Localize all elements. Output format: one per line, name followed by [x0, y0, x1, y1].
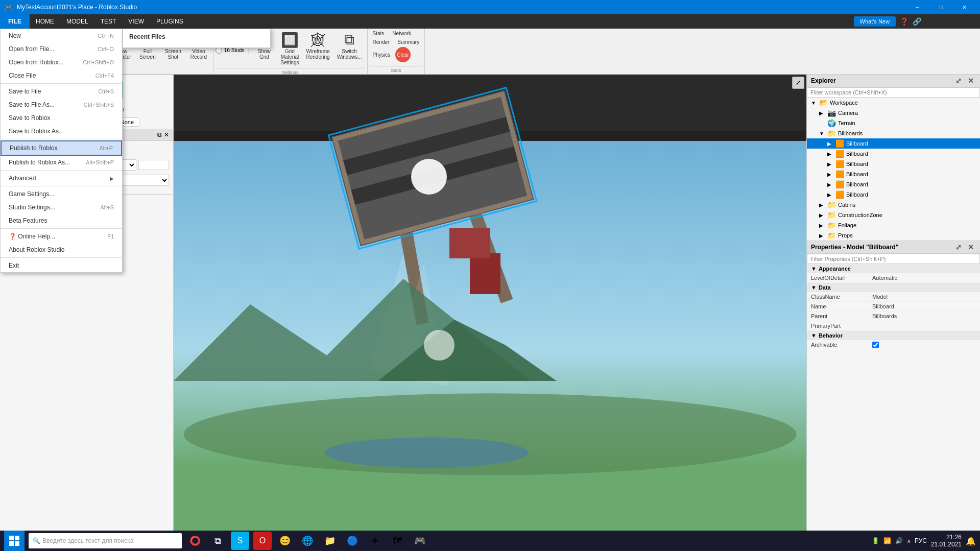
menu-test[interactable]: TEST: [94, 14, 123, 29]
menu-plugins[interactable]: PLUGINS: [150, 14, 189, 29]
prop-primarypart: PrimaryPart: [807, 321, 980, 331]
menu-file[interactable]: FILE: [0, 14, 30, 29]
stats-button[interactable]: Stats: [370, 30, 388, 37]
fm-publish-as[interactable]: Publish to Roblox As... Alt+Shift+P: [1, 156, 122, 169]
close-button[interactable]: ✕: [952, 0, 976, 14]
locale-input[interactable]: [138, 160, 169, 170]
svg-rect-23: [15, 541, 19, 546]
properties-header-buttons: ⤢ ✕: [953, 243, 976, 251]
fm-about[interactable]: About Roblox Studio: [1, 243, 122, 256]
player-emulator-close[interactable]: ✕: [164, 131, 169, 138]
tree-constructionzone[interactable]: ▶ 📁 ConstructionZone: [807, 210, 980, 220]
network-button[interactable]: Network: [389, 30, 414, 37]
taskbar-arrow-up[interactable]: ∧: [907, 538, 911, 544]
taskbar-emoji-icon[interactable]: 😊: [276, 532, 294, 550]
user-account[interactable]: MyTestAccount2021: [925, 18, 976, 25]
player-emulator-controls: ⧉ ✕: [157, 131, 169, 138]
fm-studio-settings[interactable]: Studio Settings... Alt+S: [1, 201, 122, 214]
render-button[interactable]: Render: [370, 38, 393, 46]
start-button[interactable]: [4, 531, 25, 551]
stats-label: Stats: [370, 66, 423, 73]
taskbar-telegram-icon[interactable]: ✈: [366, 532, 384, 550]
properties-expand-button[interactable]: ⤢: [953, 243, 964, 251]
tree-camera[interactable]: ▶ 📷 Camera: [807, 108, 980, 118]
taskbar-maps-icon[interactable]: 🗺: [388, 532, 407, 550]
windows-logo-icon: [9, 536, 19, 546]
tree-billboard-1[interactable]: ▶ 🟧 Billboard: [807, 138, 980, 149]
prop-section-appearance[interactable]: ▼ Appearance: [807, 264, 980, 273]
tree-props[interactable]: ▶ 📁 Props: [807, 230, 980, 241]
taskbar-files-icon[interactable]: 📁: [321, 532, 339, 550]
taskbar-chrome-icon[interactable]: 🔵: [343, 532, 362, 550]
summary-button[interactable]: Summary: [394, 38, 422, 46]
properties-close-button[interactable]: ✕: [966, 243, 976, 251]
fm-save-file-as[interactable]: Save to File As... Ctrl+Shift+S: [1, 98, 122, 111]
fm-advanced[interactable]: Advanced ▶: [1, 172, 122, 185]
taskbar-search-box[interactable]: 🔍 Введите здесь текст для поиска: [29, 533, 182, 548]
taskbar-opera-icon[interactable]: O: [253, 532, 272, 550]
taskbar-lang[interactable]: РУС: [915, 537, 927, 544]
fm-save-file[interactable]: Save to File Ctrl+S: [1, 85, 122, 98]
fm-exit[interactable]: Exit: [1, 259, 122, 272]
fm-publish[interactable]: Publish to Roblox Alt+P: [1, 140, 122, 156]
svg-point-19: [424, 330, 455, 361]
fm-online-help[interactable]: ❓ Online Help... F1: [1, 230, 122, 243]
switch-windows-button[interactable]: ⧉ Switch Windows...: [334, 30, 365, 62]
fm-open-file[interactable]: Open from File... Ctrl+O: [1, 42, 122, 56]
taskbar-roblox-icon[interactable]: 🎮: [411, 532, 429, 550]
tree-workspace[interactable]: ▼ 📂 Workspace: [807, 98, 980, 108]
tree-billboard-4[interactable]: ▶ 🟧 Billboard: [807, 169, 980, 179]
maximize-button[interactable]: □: [929, 0, 952, 14]
taskbar-skype-icon[interactable]: S: [231, 532, 249, 550]
help-icon[interactable]: ❓: [900, 17, 909, 26]
fm-beta-features[interactable]: Beta Features: [1, 214, 122, 227]
tree-billboard-3[interactable]: ▶ 🟧 Billboard: [807, 159, 980, 169]
viewport-expand-button[interactable]: ⤢: [792, 77, 804, 89]
tree-foliage[interactable]: ▶ 📁 Foliage: [807, 220, 980, 230]
fm-open-roblox[interactable]: Open from Roblox... Ctrl+Shift+O: [1, 56, 122, 69]
taskbar-notification-icon[interactable]: 🔔: [966, 536, 976, 546]
fm-game-settings[interactable]: Game Settings...: [1, 187, 122, 201]
tree-billboard-5[interactable]: ▶ 🟧 Billboard: [807, 179, 980, 189]
explorer-expand-button[interactable]: ⤢: [953, 77, 964, 85]
minimize-button[interactable]: −: [905, 0, 929, 14]
tree-billboard-2[interactable]: ▶ 🟧 Billboard: [807, 149, 980, 159]
tree-cabins[interactable]: ▶ 📁 Cabins: [807, 200, 980, 210]
properties-header: Properties - Model "Billboard" ⤢ ✕: [807, 241, 980, 254]
player-emulator-restore[interactable]: ⧉: [157, 131, 162, 138]
prop-section-data[interactable]: ▼ Data: [807, 283, 980, 292]
wireframe-rendering-button[interactable]: 🕸 Wireframe Rendering: [303, 30, 332, 62]
taskbar-cortana-icon[interactable]: ⭕: [186, 532, 204, 550]
whatsnew-button[interactable]: What's New: [854, 16, 896, 27]
fm-new[interactable]: New Ctrl+N: [1, 29, 122, 42]
viewport[interactable]: ⤢: [174, 75, 806, 536]
taskbar-clock[interactable]: 21:26 21.01.2021: [931, 534, 962, 548]
explorer-filter-input[interactable]: [807, 87, 980, 98]
menu-view[interactable]: VIEW: [122, 14, 150, 29]
wireframe-icon: 🕸: [311, 32, 325, 49]
taskbar-browser1-icon[interactable]: 🌐: [298, 532, 317, 550]
switch-windows-icon: ⧉: [344, 32, 354, 49]
properties-filter-input[interactable]: [807, 254, 980, 264]
taskbar-taskview-icon[interactable]: ⧉: [208, 532, 227, 550]
physics-button[interactable]: Physics: [370, 47, 393, 62]
tree-billboards[interactable]: ▼ 📁 Billboards: [807, 128, 980, 138]
share-icon[interactable]: 🔗: [913, 17, 921, 26]
taskbar-network-icon: 📶: [883, 537, 891, 544]
explorer-close-button[interactable]: ✕: [966, 77, 976, 85]
archivable-checkbox[interactable]: [872, 342, 879, 348]
prop-section-behavior[interactable]: ▼ Behavior: [807, 331, 980, 340]
taskbar-sound-icon: 🔊: [895, 537, 903, 544]
fm-sep-5: [1, 228, 122, 229]
fm-save-roblox-as[interactable]: Save to Roblox As...: [1, 125, 122, 138]
tree-billboard-6[interactable]: ▶ 🟧 Billboard: [807, 189, 980, 200]
menu-model[interactable]: MODEL: [60, 14, 94, 29]
tree-terrain[interactable]: 🌍 Terrain: [807, 118, 980, 128]
clear-button[interactable]: Clear: [395, 47, 411, 62]
settings-label: Settings: [216, 68, 365, 75]
fm-sep-6: [1, 257, 122, 258]
fm-close[interactable]: Close File Ctrl+F4: [1, 69, 122, 82]
fm-save-roblox[interactable]: Save to Roblox: [1, 111, 122, 125]
grid-material-button[interactable]: 🔲 Grid Material Settings: [277, 30, 302, 67]
menu-home[interactable]: HOME: [30, 14, 60, 29]
